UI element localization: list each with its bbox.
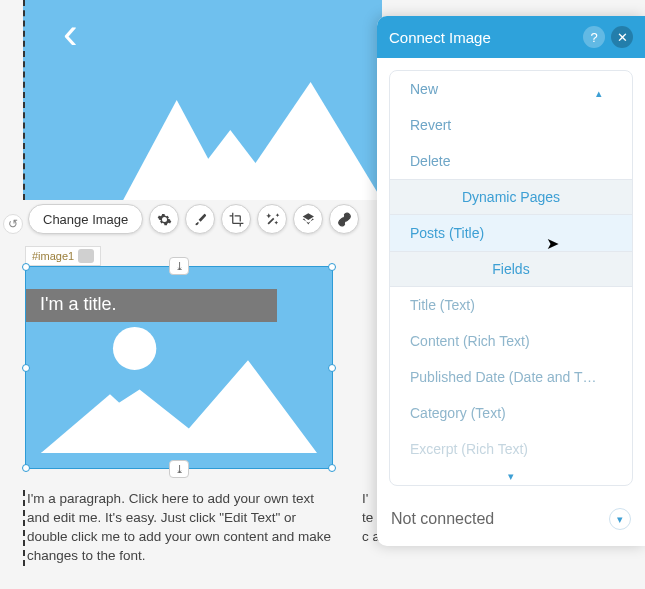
chevron-up-icon[interactable]: ▴ bbox=[596, 87, 602, 100]
panel-header: Connect Image ? ✕ bbox=[377, 16, 645, 58]
resize-handle[interactable] bbox=[22, 263, 30, 271]
dropdown-section-fields: Fields bbox=[390, 251, 632, 287]
connect-image-panel: Connect Image ? ✕ New ▴ Revert Delete Dy… bbox=[377, 16, 645, 546]
magic-icon[interactable] bbox=[257, 204, 287, 234]
dropdown-item-posts-title[interactable]: Posts (Title) bbox=[390, 215, 632, 251]
stretch-bottom-icon[interactable]: ⤓ bbox=[169, 460, 189, 478]
element-id-label: #image1 bbox=[32, 250, 74, 262]
dropdown-item-new[interactable]: New ▴ bbox=[390, 71, 632, 107]
selected-image-element[interactable]: I'm a title. ⤓ ⤓ bbox=[25, 266, 333, 469]
help-icon[interactable]: ? bbox=[583, 26, 605, 48]
resize-handle[interactable] bbox=[328, 464, 336, 472]
change-image-button[interactable]: Change Image bbox=[28, 204, 143, 234]
chevron-down-icon[interactable]: ▾ bbox=[390, 467, 632, 485]
field-option-published-date[interactable]: Published Date (Date and T… bbox=[390, 359, 632, 395]
field-option-title[interactable]: Title (Text) bbox=[390, 287, 632, 323]
close-icon[interactable]: ✕ bbox=[611, 26, 633, 48]
field-option-category[interactable]: Category (Text) bbox=[390, 395, 632, 431]
hero-image-block[interactable]: ‹ bbox=[23, 0, 382, 200]
panel-footer: Not connected ▾ bbox=[377, 498, 645, 546]
mountain-icon bbox=[25, 60, 382, 200]
resize-handle[interactable] bbox=[328, 263, 336, 271]
dataset-dropdown: New ▴ Revert Delete Dynamic Pages Posts … bbox=[389, 70, 633, 486]
editor-canvas: ‹ ↺ Change Image #image1 I'm a title. bbox=[0, 0, 380, 589]
image-toolbar: Change Image bbox=[28, 204, 359, 234]
cloud-icon bbox=[78, 249, 94, 263]
chevron-left-icon[interactable]: ‹ bbox=[63, 8, 78, 58]
image-title-overlay[interactable]: I'm a title. bbox=[26, 289, 277, 322]
dropdown-item-revert[interactable]: Revert bbox=[390, 107, 632, 143]
field-option-excerpt[interactable]: Excerpt (Rich Text) bbox=[390, 431, 632, 467]
panel-title: Connect Image bbox=[389, 29, 577, 46]
field-option-content[interactable]: Content (Rich Text) bbox=[390, 323, 632, 359]
gear-icon[interactable] bbox=[149, 204, 179, 234]
resize-handle[interactable] bbox=[328, 364, 336, 372]
cursor-icon: ➤ bbox=[546, 234, 559, 253]
resize-handle[interactable] bbox=[22, 464, 30, 472]
layers-icon[interactable] bbox=[293, 204, 323, 234]
svg-point-4 bbox=[113, 327, 156, 370]
paragraph-text[interactable]: I'm a paragraph. Click here to add your … bbox=[23, 490, 333, 566]
history-icon[interactable]: ↺ bbox=[3, 214, 23, 234]
stretch-top-icon[interactable]: ⤓ bbox=[169, 257, 189, 275]
dropdown-section-dynamic-pages: Dynamic Pages bbox=[390, 179, 632, 215]
brush-icon[interactable] bbox=[185, 204, 215, 234]
expand-icon[interactable]: ▾ bbox=[609, 508, 631, 530]
resize-handle[interactable] bbox=[22, 364, 30, 372]
connection-status-label: Not connected bbox=[391, 510, 609, 528]
dropdown-item-label: New bbox=[410, 81, 438, 97]
element-id-tag: #image1 bbox=[25, 246, 101, 266]
dropdown-item-delete[interactable]: Delete bbox=[390, 143, 632, 179]
link-icon[interactable] bbox=[329, 204, 359, 234]
crop-icon[interactable] bbox=[221, 204, 251, 234]
